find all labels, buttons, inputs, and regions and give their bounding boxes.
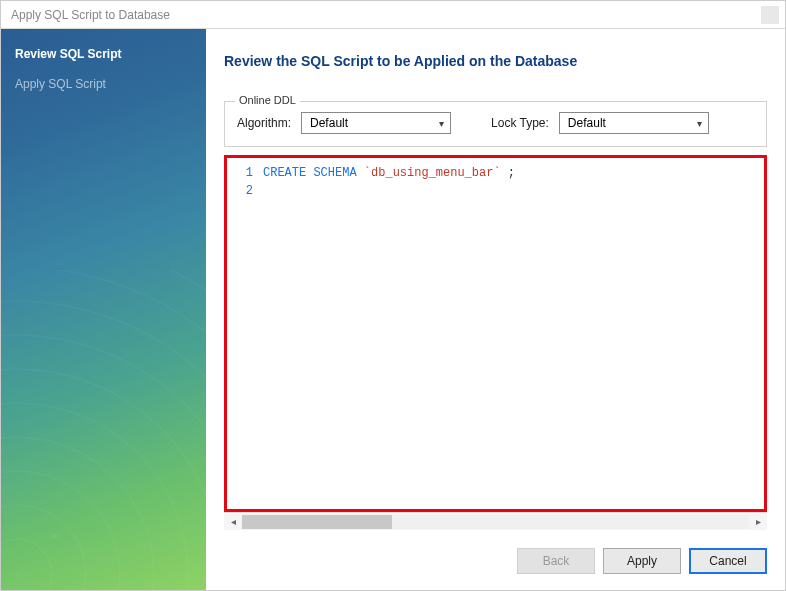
close-button[interactable]: [761, 6, 779, 24]
chevron-down-icon: ▾: [697, 118, 702, 129]
sql-punct: ;: [501, 166, 515, 180]
line-gutter: 1 2: [227, 164, 263, 509]
horizontal-scrollbar[interactable]: ◂ ▸: [224, 512, 767, 530]
dialog-body: Review SQL Script Apply SQL Script Revie…: [1, 29, 785, 590]
cancel-button[interactable]: Cancel: [689, 548, 767, 574]
titlebar: Apply SQL Script to Database: [1, 1, 785, 29]
chevron-down-icon: ▾: [439, 118, 444, 129]
apply-button[interactable]: Apply: [603, 548, 681, 574]
code-line[interactable]: CREATE SCHEMA `db_using_menu_bar` ;: [263, 164, 764, 182]
locktype-label: Lock Type:: [491, 116, 549, 130]
online-ddl-fieldset: Online DDL Algorithm: Default ▾ Lock Typ…: [224, 101, 767, 147]
online-ddl-legend: Online DDL: [235, 94, 300, 106]
sql-identifier: `db_using_menu_bar`: [364, 166, 501, 180]
back-button: Back: [517, 548, 595, 574]
locktype-value: Default: [568, 116, 606, 130]
sql-keyword: CREATE SCHEMA: [263, 166, 357, 180]
code-area[interactable]: CREATE SCHEMA `db_using_menu_bar` ;: [263, 164, 764, 509]
scroll-track[interactable]: [242, 515, 749, 529]
sql-editor-highlight: 1 2 CREATE SCHEMA `db_using_menu_bar` ;: [224, 155, 767, 512]
line-number: 1: [227, 164, 253, 182]
wizard-sidebar: Review SQL Script Apply SQL Script: [1, 29, 206, 590]
scroll-thumb[interactable]: [242, 515, 392, 529]
code-line[interactable]: [263, 182, 764, 200]
algorithm-value: Default: [310, 116, 348, 130]
page-heading: Review the SQL Script to be Applied on t…: [224, 53, 767, 69]
scroll-left-arrow-icon[interactable]: ◂: [224, 516, 242, 527]
window-title: Apply SQL Script to Database: [11, 8, 170, 22]
locktype-select[interactable]: Default ▾: [559, 112, 709, 134]
dialog-window: Apply SQL Script to Database Review SQL …: [0, 0, 786, 591]
dialog-footer: Back Apply Cancel: [224, 530, 767, 580]
line-number: 2: [227, 182, 253, 200]
online-ddl-row: Algorithm: Default ▾ Lock Type: Default …: [237, 112, 754, 134]
scroll-right-arrow-icon[interactable]: ▸: [749, 516, 767, 527]
algorithm-select[interactable]: Default ▾: [301, 112, 451, 134]
sql-editor[interactable]: 1 2 CREATE SCHEMA `db_using_menu_bar` ;: [227, 158, 764, 509]
algorithm-label: Algorithm:: [237, 116, 291, 130]
wizard-step-apply[interactable]: Apply SQL Script: [1, 69, 206, 99]
wizard-step-review[interactable]: Review SQL Script: [1, 39, 206, 69]
main-panel: Review the SQL Script to be Applied on t…: [206, 29, 785, 590]
